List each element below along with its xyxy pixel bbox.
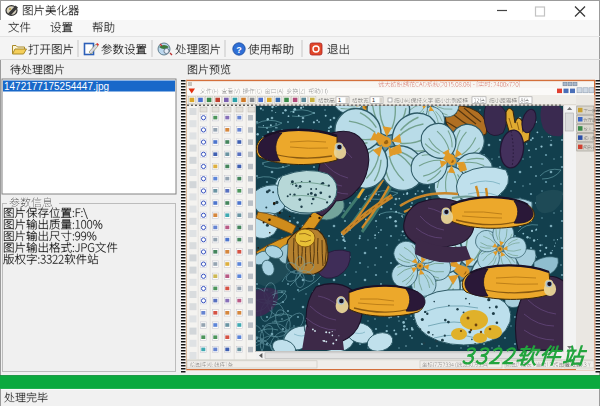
- svg-text:?: ?: [236, 45, 242, 55]
- svg-text:1: 1: [338, 97, 341, 103]
- svg-text:1472177175254447.jpg: 1472177175254447.jpg: [4, 81, 109, 92]
- svg-text:1: 1: [372, 97, 375, 103]
